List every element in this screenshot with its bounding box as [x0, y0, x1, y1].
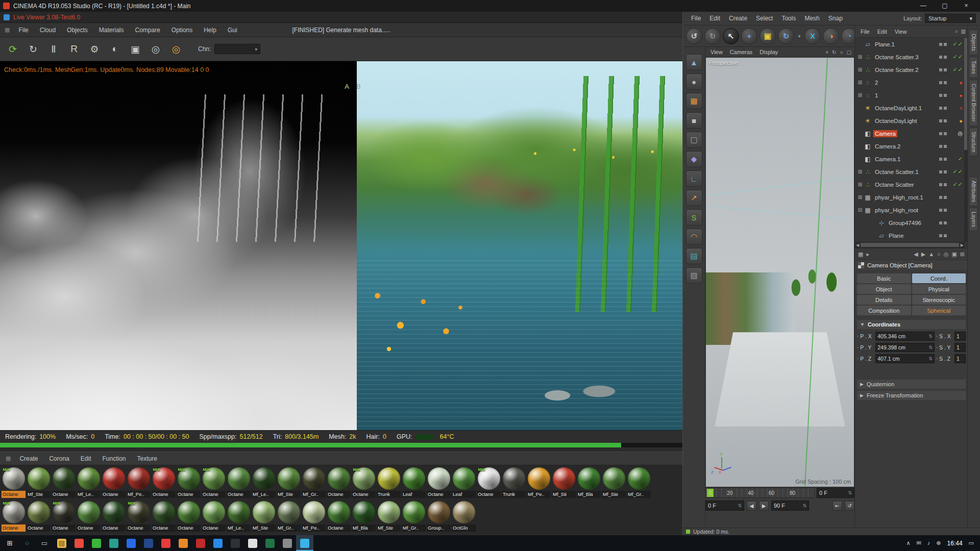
- material-item[interactable]: Mf_Le..: [76, 466, 101, 499]
- layer-toggle-dot[interactable]: [939, 196, 942, 199]
- material-sphere[interactable]: [28, 501, 50, 523]
- object-row[interactable]: ⊞ ∴ Octane Scatter.3 ✓✓: [855, 51, 965, 63]
- taskbar-app-icon[interactable]: [261, 535, 279, 551]
- object-state-marks[interactable]: ✓✓: [947, 168, 963, 175]
- material-item[interactable]: OctGlo: [451, 499, 476, 533]
- material-item[interactable]: Octane: [176, 499, 201, 533]
- layer-toggle-dot[interactable]: [939, 56, 942, 59]
- taskbar-app-icon[interactable]: [105, 535, 122, 551]
- attribute-toolbar-icon[interactable]: ▦: [858, 251, 863, 258]
- material-sphere[interactable]: [228, 501, 250, 523]
- viewport-nav-icon[interactable]: +: [825, 49, 828, 55]
- c4d-toolbar-button[interactable]: ↺: [686, 28, 702, 44]
- material-sphere[interactable]: [153, 501, 175, 523]
- maximize-button[interactable]: ▢: [934, 0, 955, 12]
- c4d-menu-item[interactable]: Snap: [824, 13, 847, 23]
- material-sphere[interactable]: [103, 467, 125, 490]
- material-item[interactable]: Mf_Ste: [276, 466, 301, 499]
- panel-tab[interactable]: Attributes: [970, 177, 978, 206]
- attribute-tab[interactable]: Composition: [857, 306, 911, 315]
- taskbar-app-icon[interactable]: [157, 535, 175, 551]
- panel-tab[interactable]: Layers: [970, 208, 978, 231]
- live-viewer-menu-item[interactable]: Compare: [130, 25, 165, 35]
- material-sphere[interactable]: [103, 501, 125, 523]
- object-name[interactable]: Camera: [873, 130, 897, 137]
- material-sphere[interactable]: MIX: [478, 467, 500, 490]
- material-sphere[interactable]: [78, 501, 100, 523]
- panel-tab[interactable]: Content Browser: [970, 80, 978, 126]
- material-item[interactable]: Mf_Sti: [551, 466, 576, 499]
- c4d-tool-button[interactable]: ▤: [686, 248, 702, 264]
- object-state-marks[interactable]: ◎: [947, 130, 963, 137]
- object-state-marks[interactable]: ×: [947, 105, 963, 111]
- live-viewer-toolbar-icon[interactable]: ⚙: [87, 41, 102, 57]
- material-item[interactable]: Leaf: [401, 466, 426, 499]
- keyframe-dot[interactable]: ◦: [936, 356, 938, 361]
- expander-icon[interactable]: ⊞: [856, 54, 864, 60]
- material-item[interactable]: Octane: [101, 466, 126, 499]
- attribute-tab[interactable]: Object: [857, 284, 911, 294]
- material-item[interactable]: MIX Octane: [176, 466, 201, 499]
- taskbar-app-icon[interactable]: [192, 535, 209, 551]
- object-name[interactable]: Octane Scatter.2: [873, 66, 920, 73]
- action-center-icon[interactable]: ▭: [969, 540, 974, 546]
- position-field[interactable]: 249.398 cm⇅: [875, 343, 935, 352]
- range-start-field[interactable]: 0 F⇅: [705, 500, 744, 511]
- material-sphere[interactable]: [203, 501, 225, 523]
- tray-icon[interactable]: ♪: [927, 540, 930, 546]
- c4d-tool-button[interactable]: ●: [686, 73, 702, 90]
- material-item[interactable]: Octane: [101, 499, 126, 533]
- layer-toggle-dot[interactable]: [944, 209, 947, 212]
- material-sphere[interactable]: [603, 467, 625, 490]
- layer-toggle-dot[interactable]: [939, 119, 942, 122]
- material-item[interactable]: Mf_Gr..: [276, 499, 301, 533]
- material-item[interactable]: Trunk: [501, 466, 526, 499]
- material-sphere[interactable]: [553, 467, 575, 490]
- c4d-tool-button[interactable]: ▢: [686, 132, 702, 148]
- material-sphere[interactable]: [303, 467, 325, 490]
- material-sphere[interactable]: MIX: [203, 467, 225, 490]
- object-row[interactable]: ⊞ ◌ 1 ●: [855, 89, 965, 102]
- object-row[interactable]: ⊞ ▦ phyar_High_root.1: [855, 191, 965, 204]
- object-row[interactable]: ⊹ Group47496: [855, 216, 965, 229]
- object-name[interactable]: phyar_High_root.1: [873, 194, 925, 201]
- taskbar-app-icon[interactable]: [175, 535, 192, 551]
- layer-toggle-dot[interactable]: [939, 170, 942, 173]
- taskbar-app-icon[interactable]: [122, 535, 140, 551]
- attribute-toolbar-icon[interactable]: ⊞: [960, 251, 965, 258]
- expander-icon[interactable]: ⊞: [856, 194, 864, 200]
- object-state-marks[interactable]: ●: [947, 80, 963, 86]
- material-item[interactable]: Octane: [76, 499, 101, 533]
- object-name[interactable]: 2: [873, 79, 879, 86]
- expander-icon[interactable]: ⊞: [856, 182, 864, 187]
- live-viewer-menu-item[interactable]: Gui: [223, 25, 242, 35]
- live-viewer-menu-item[interactable]: Cloud: [35, 25, 61, 35]
- object-name[interactable]: Octane Scatter.3: [873, 54, 920, 61]
- c4d-tool-button[interactable]: ▲: [686, 54, 702, 70]
- keyframe-dot[interactable]: ◦: [936, 345, 938, 350]
- material-item[interactable]: Octane: [226, 466, 251, 499]
- material-item[interactable]: Mf_Bla: [351, 499, 376, 533]
- layer-toggle-dot[interactable]: [939, 158, 942, 161]
- material-sphere[interactable]: MIX: [53, 501, 75, 523]
- material-item[interactable]: Mf_Ste: [376, 499, 401, 533]
- material-item[interactable]: Mf_Pe..: [126, 466, 151, 499]
- material-sphere[interactable]: [503, 467, 525, 490]
- c4d-menu-item[interactable]: Edit: [705, 13, 724, 23]
- viewport-menu-item[interactable]: Cameras: [727, 48, 756, 56]
- material-sphere[interactable]: [628, 467, 650, 490]
- attribute-toolbar-icon[interactable]: ○: [937, 251, 941, 258]
- layer-toggle-dot[interactable]: [944, 234, 947, 237]
- tray-icon[interactable]: ✉: [917, 540, 921, 546]
- taskbar-app-icon[interactable]: [227, 535, 244, 551]
- material-item[interactable]: MIX Octane: [151, 466, 176, 499]
- attribute-toolbar-icon[interactable]: ▶: [921, 251, 925, 258]
- c4d-toolbar-button[interactable]: ↻: [704, 28, 721, 44]
- live-viewer-toolbar-icon[interactable]: ◐: [107, 41, 122, 57]
- material-menu-item[interactable]: Texture: [132, 454, 162, 464]
- taskbar-app-icon[interactable]: [244, 535, 261, 551]
- close-button[interactable]: ×: [955, 0, 977, 12]
- material-sphere[interactable]: MIX: [128, 501, 150, 523]
- live-viewer-toolbar-icon[interactable]: ⟳: [5, 41, 20, 57]
- collapsed-section-header[interactable]: ▶ Quaternion: [857, 380, 966, 389]
